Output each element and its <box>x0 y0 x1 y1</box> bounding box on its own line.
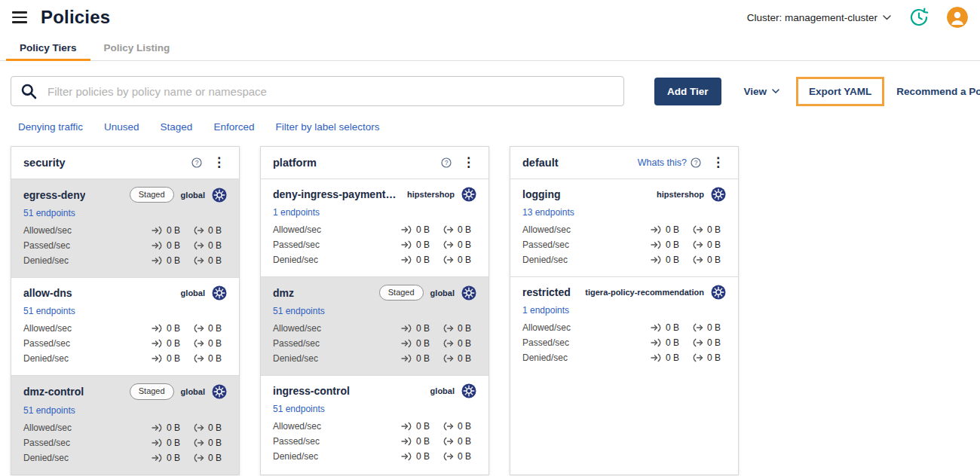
ingress-value: 0 B <box>416 240 430 250</box>
whats-this-link[interactable]: ? <box>437 157 452 168</box>
egress-value: 0 B <box>208 240 222 251</box>
endpoints-link[interactable]: 51 endpoints <box>273 404 325 414</box>
policy-name: ingress-control <box>273 385 350 397</box>
policy-card-egress-deny[interactable]: egress-deny Staged global <box>11 178 239 277</box>
egress-icon <box>443 422 454 431</box>
ingress-icon <box>651 225 662 234</box>
ingress-value: 0 B <box>416 421 430 432</box>
egress-icon <box>193 438 204 447</box>
policy-card-logging[interactable]: logging hipstershop <box>510 178 738 276</box>
egress-value: 0 B <box>458 255 471 265</box>
egress-value: 0 B <box>707 240 721 250</box>
search-input[interactable] <box>11 76 624 106</box>
add-tier-button[interactable]: Add Tier <box>654 78 721 105</box>
kebab-menu-icon[interactable]: ⋮ <box>710 156 726 169</box>
history-icon[interactable] <box>908 6 930 29</box>
policy-card-ingress-control[interactable]: ingress-control global <box>261 375 488 473</box>
policy-card-deny-ingress-paymentservi[interactable]: deny-ingress-paymentservi... hipstershop <box>261 178 488 276</box>
filter-denying-traffic[interactable]: Denying traffic <box>18 121 83 133</box>
whats-this-link[interactable]: Whats this? ? <box>638 157 701 168</box>
stat-row: Denied/sec 0 B 0 B <box>273 351 476 366</box>
policy-list: deny-ingress-paymentservi... hipstershop <box>261 178 488 473</box>
filter-enforced[interactable]: Enforced <box>213 121 254 133</box>
recommend-policy-button[interactable]: Recommend a Policy <box>892 85 980 98</box>
stat-row: Passed/sec 0 B 0 B <box>273 434 476 449</box>
egress-icon <box>193 256 204 265</box>
export-yaml-button[interactable]: Export YAML <box>801 81 879 102</box>
tier-header: default Whats this? ? ⋮ <box>510 147 738 178</box>
ingress-icon <box>401 339 412 348</box>
ingress-value: 0 B <box>167 338 180 349</box>
ingress-value: 0 B <box>666 224 679 235</box>
egress-icon <box>443 225 454 234</box>
egress-value: 0 B <box>707 352 721 363</box>
search-icon <box>20 83 37 102</box>
policy-scope-icon <box>212 188 227 203</box>
stat-label: Passed/sec <box>522 240 569 250</box>
policy-card-dmz-control[interactable]: dmz-control Staged global <box>11 375 239 474</box>
policy-stats: Allowed/sec 0 B 0 B Passed/sec <box>273 419 476 464</box>
ingress-value: 0 B <box>167 255 180 266</box>
egress-icon <box>193 354 204 363</box>
endpoints-link[interactable]: 51 endpoints <box>23 208 75 218</box>
policy-name: restricted <box>522 286 571 298</box>
stat-row: Allowed/sec 0 B 0 B <box>273 222 476 237</box>
avatar[interactable] <box>947 7 968 28</box>
egress-icon <box>443 354 454 363</box>
menu-icon[interactable] <box>12 11 27 23</box>
policy-list: logging hipstershop <box>510 178 738 374</box>
egress-icon <box>193 423 204 432</box>
stat-row: Passed/sec 0 B 0 B <box>23 238 227 253</box>
ingress-icon <box>651 255 662 264</box>
ingress-value: 0 B <box>416 323 430 334</box>
policy-card-allow-dns[interactable]: allow-dns global <box>11 277 239 375</box>
whats-this-link[interactable]: ? <box>188 157 202 168</box>
kebab-menu-icon[interactable]: ⋮ <box>211 156 227 169</box>
stat-row: Passed/sec 0 B 0 B <box>522 237 726 252</box>
stat-row: Denied/sec 0 B 0 B <box>522 252 726 267</box>
ingress-icon <box>401 240 412 249</box>
egress-value: 0 B <box>458 436 471 447</box>
filter-staged[interactable]: Staged <box>161 121 193 133</box>
egress-value: 0 B <box>208 338 222 349</box>
tab-policy-listing[interactable]: Policy Listing <box>90 35 184 60</box>
endpoints-link[interactable]: 1 endpoints <box>273 207 320 218</box>
endpoints-link[interactable]: 51 endpoints <box>23 306 75 316</box>
filter-filter-by-label-selectors[interactable]: Filter by label selectors <box>275 121 379 133</box>
ingress-value: 0 B <box>167 353 180 364</box>
endpoints-link[interactable]: 13 endpoints <box>522 207 574 218</box>
stat-label: Allowed/sec <box>273 224 321 235</box>
stat-row: Allowed/sec 0 B 0 B <box>23 321 227 336</box>
endpoints-link[interactable]: 51 endpoints <box>273 306 325 316</box>
policy-scope-label: global <box>430 386 455 395</box>
policy-card-dmz[interactable]: dmz Staged global <box>261 276 488 375</box>
svg-text:?: ? <box>694 159 698 166</box>
chevron-down-icon <box>883 15 891 20</box>
egress-icon <box>193 226 204 235</box>
policy-card-restricted[interactable]: restricted tigera-policy-recommendation <box>510 276 738 374</box>
kebab-menu-icon[interactable]: ⋮ <box>461 156 476 169</box>
tab-policy-tiers[interactable]: Policy Tiers <box>6 35 90 60</box>
endpoints-link[interactable]: 1 endpoints <box>522 305 569 316</box>
stat-label: Passed/sec <box>23 240 70 251</box>
ingress-icon <box>152 423 163 432</box>
view-dropdown[interactable]: View <box>740 85 785 98</box>
filter-unused[interactable]: Unused <box>104 121 139 133</box>
stat-label: Allowed/sec <box>273 421 321 432</box>
policy-stats: Allowed/sec 0 B 0 B Passed/sec <box>23 420 227 465</box>
stat-label: Passed/sec <box>23 338 70 349</box>
stat-row: Denied/sec 0 B 0 B <box>23 450 227 465</box>
stat-row: Allowed/sec 0 B 0 B <box>273 419 476 434</box>
endpoints-link[interactable]: 51 endpoints <box>23 405 75 416</box>
egress-value: 0 B <box>458 353 471 364</box>
egress-value: 0 B <box>208 453 222 463</box>
ingress-value: 0 B <box>666 255 679 265</box>
tier-header: security ? ⋮ <box>11 147 239 178</box>
egress-icon <box>692 338 703 347</box>
stat-row: Allowed/sec 0 B 0 B <box>522 320 726 335</box>
egress-value: 0 B <box>208 225 222 236</box>
policy-scope-label: hipstershop <box>657 190 704 199</box>
tier-columns: security ? ⋮ egress-deny Staged global <box>11 146 969 475</box>
ingress-icon <box>651 338 662 347</box>
cluster-selector[interactable]: Cluster: management-cluster <box>747 12 891 23</box>
